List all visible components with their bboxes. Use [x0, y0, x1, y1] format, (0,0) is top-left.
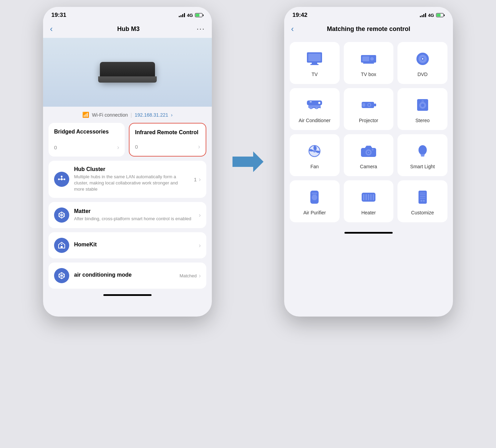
svg-point-42	[368, 152, 369, 153]
homekit-icon	[54, 238, 69, 253]
homekit-content: HomeKit	[74, 242, 194, 249]
heater-label: Heater	[361, 210, 376, 215]
svg-rect-55	[370, 194, 372, 200]
homekit-card[interactable]: HomeKit ›	[49, 232, 206, 258]
battery-body-1	[195, 13, 203, 17]
svg-point-28	[368, 104, 370, 106]
back-button-1[interactable]: ‹	[50, 24, 60, 34]
battery-1	[195, 13, 204, 17]
matter-subtitle: After binding, cross-platform smart home…	[74, 216, 194, 222]
battery-tip-1	[203, 14, 204, 16]
svg-rect-30	[362, 103, 365, 107]
grid-item-camera[interactable]: Camera	[344, 134, 394, 176]
grid-item-smart-light[interactable]: Smart Light	[397, 134, 447, 176]
ac-mode-card[interactable]: air conditioning mode Matched ›	[49, 263, 206, 289]
tv-icon	[304, 50, 325, 67]
bar3	[182, 14, 183, 17]
wifi-divider: |	[131, 112, 132, 118]
bar2	[422, 15, 423, 17]
grid-item-air-purifier[interactable]: Air Purifier	[290, 180, 340, 222]
svg-point-8	[61, 244, 62, 245]
bridged-count: 0	[54, 145, 57, 150]
screen2: 19:42 4G ‹ Matching the	[284, 7, 453, 317]
hub-cluster-title: Hub Cluster	[74, 166, 189, 172]
svg-point-35	[422, 101, 423, 102]
accessories-row: Bridged Accessories 0 › Infrared Remote …	[49, 123, 206, 157]
fan-icon	[304, 142, 325, 160]
ac-label: Air Conditioner	[299, 118, 331, 123]
smart-light-label: Smart Light	[410, 164, 435, 169]
infrared-card[interactable]: Infrared Remote Control 0 ›	[129, 123, 206, 157]
grid-item-stereo[interactable]: Stereo	[397, 88, 447, 130]
stereo-label: Stereo	[415, 118, 430, 123]
svg-point-33	[421, 104, 424, 107]
svg-rect-24	[310, 102, 312, 102]
hub-cluster-subtitle: Multiple hubs in the same LAN automatica…	[74, 174, 189, 193]
svg-rect-49	[312, 193, 317, 194]
svg-point-2	[64, 179, 65, 180]
signal-4g-2: 4G	[428, 13, 434, 18]
infrared-count: 0	[135, 144, 138, 150]
hub-image	[100, 55, 155, 89]
home-indicator-1	[103, 294, 152, 296]
grid-item-dvd[interactable]: DVD	[397, 42, 447, 84]
hub-cluster-card[interactable]: Hub Cluster Multiple hubs in the same LA…	[49, 161, 206, 198]
home-indicator-2	[344, 232, 393, 234]
wifi-text: Wi-Fi connection	[92, 112, 128, 118]
grid-item-heater[interactable]: Heater	[344, 180, 394, 222]
svg-point-38	[313, 150, 316, 152]
svg-rect-29	[374, 104, 376, 106]
homekit-right: ›	[199, 242, 201, 249]
svg-rect-58	[420, 193, 425, 193]
signal-bars-2	[420, 13, 426, 17]
ac-mode-right: Matched ›	[179, 272, 201, 279]
bar3	[423, 14, 424, 17]
svg-rect-15	[362, 56, 369, 61]
grid-item-projector[interactable]: Projector	[344, 88, 394, 130]
grid-item-tv[interactable]: TV	[290, 42, 340, 84]
svg-rect-52	[363, 194, 364, 200]
stereo-icon	[412, 96, 433, 114]
screen1: 19:31 4G ‹ Hub M3	[43, 7, 212, 317]
svg-rect-63	[423, 200, 425, 202]
dvd-icon	[412, 50, 433, 67]
bridged-card[interactable]: Bridged Accessories 0 ›	[49, 123, 125, 157]
device-hero	[43, 38, 212, 107]
matter-card[interactable]: Matter After binding, cross-platform sma…	[49, 202, 206, 228]
hub-cluster-content: Hub Cluster Multiple hubs in the same LA…	[74, 166, 189, 193]
customize-icon	[412, 189, 433, 206]
svg-point-43	[372, 149, 373, 151]
dvd-label: DVD	[417, 72, 428, 77]
wifi-info[interactable]: 📶 Wi-Fi connection | 192.168.31.221 ›	[43, 107, 212, 123]
wifi-icon: 📶	[82, 111, 89, 118]
matter-chevron: ›	[199, 212, 201, 219]
svg-point-3	[61, 176, 63, 178]
svg-marker-9	[232, 151, 264, 172]
projector-label: Projector	[359, 118, 378, 123]
more-button-1[interactable]: ···	[197, 24, 205, 33]
tvbox-label: TV box	[361, 72, 376, 77]
bar1	[179, 16, 180, 17]
smart-light-icon	[412, 142, 433, 160]
svg-rect-60	[420, 196, 425, 197]
grid-item-ac[interactable]: Air Conditioner	[290, 88, 340, 130]
svg-point-44	[418, 145, 427, 155]
nav-title-2: Matching the remote control	[327, 25, 410, 33]
back-button-2[interactable]: ‹	[291, 24, 301, 34]
grid-item-customize[interactable]: Customize	[397, 180, 447, 222]
hub-base	[98, 76, 157, 83]
homekit-chevron: ›	[199, 242, 201, 249]
camera-icon	[358, 142, 379, 160]
bridged-title: Bridged Accessories	[54, 128, 119, 136]
bar1	[420, 16, 421, 17]
grid-item-tvbox[interactable]: TV box	[344, 42, 394, 84]
cards-section: Bridged Accessories 0 › Infrared Remote …	[43, 123, 212, 289]
ac-mode-badge: Matched	[179, 273, 197, 278]
grid-item-fan[interactable]: Fan	[290, 134, 340, 176]
infrared-footer: 0 ›	[135, 143, 200, 150]
svg-rect-46	[421, 156, 424, 157]
matter-content: Matter After binding, cross-platform sma…	[74, 208, 194, 222]
status-bar-2: 19:42 4G	[284, 7, 453, 21]
camera-label: Camera	[360, 164, 377, 169]
matter-right: ›	[199, 212, 201, 219]
